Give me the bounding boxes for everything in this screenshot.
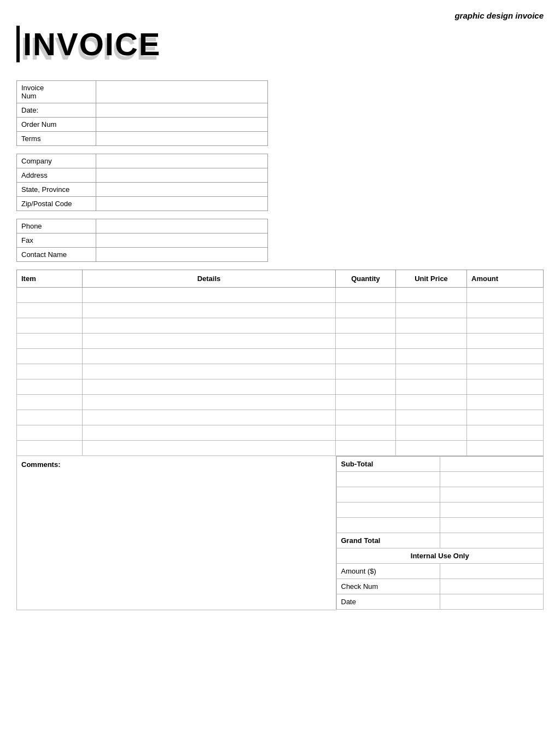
row-4-details[interactable] bbox=[83, 349, 336, 364]
row-9-amount[interactable] bbox=[467, 425, 544, 441]
row-5-details[interactable] bbox=[83, 364, 336, 379]
row-8-details[interactable] bbox=[83, 410, 336, 425]
extra-value-2[interactable] bbox=[440, 487, 543, 503]
zip-row: Zip/Postal Code bbox=[17, 197, 267, 211]
terms-label: Terms bbox=[17, 132, 96, 145]
row-4-amount[interactable] bbox=[467, 349, 544, 364]
fax-row: Fax bbox=[17, 233, 267, 248]
row-2-details[interactable] bbox=[83, 318, 336, 334]
row-6-item[interactable] bbox=[17, 379, 83, 395]
row-6-quantity[interactable] bbox=[336, 379, 396, 395]
row-7-unit_price[interactable] bbox=[396, 395, 467, 410]
address-row: Address bbox=[17, 168, 267, 183]
totals-cell: Sub-Total bbox=[336, 456, 544, 610]
row-10-details[interactable] bbox=[83, 441, 336, 456]
row-3-details[interactable] bbox=[83, 334, 336, 349]
invoice-num-row: InvoiceNum bbox=[17, 81, 267, 103]
extra-label-1 bbox=[336, 472, 440, 487]
row-8-unit_price[interactable] bbox=[396, 410, 467, 425]
row-1-details[interactable] bbox=[83, 303, 336, 318]
grand-total-value[interactable] bbox=[440, 533, 543, 548]
row-9-quantity[interactable] bbox=[336, 425, 396, 441]
comments-label: Comments: bbox=[21, 460, 61, 469]
table-row bbox=[17, 303, 544, 318]
row-8-quantity[interactable] bbox=[336, 410, 396, 425]
row-4-quantity[interactable] bbox=[336, 349, 396, 364]
row-10-quantity[interactable] bbox=[336, 441, 396, 456]
row-8-amount[interactable] bbox=[467, 410, 544, 425]
row-1-amount[interactable] bbox=[467, 303, 544, 318]
invoice-num-value[interactable] bbox=[96, 81, 267, 103]
row-2-quantity[interactable] bbox=[336, 318, 396, 334]
extra-label-4 bbox=[336, 518, 440, 533]
row-9-item[interactable] bbox=[17, 425, 83, 441]
row-5-amount[interactable] bbox=[467, 364, 544, 379]
row-2-amount[interactable] bbox=[467, 318, 544, 334]
comments-cell: Comments: bbox=[17, 456, 336, 610]
row-9-details[interactable] bbox=[83, 425, 336, 441]
invoice-title-main: INVOICE bbox=[16, 26, 161, 62]
row-7-item[interactable] bbox=[17, 395, 83, 410]
row-6-unit_price[interactable] bbox=[396, 379, 467, 395]
table-row bbox=[17, 410, 544, 425]
address-value[interactable] bbox=[96, 168, 267, 182]
row-0-quantity[interactable] bbox=[336, 288, 396, 303]
row-7-quantity[interactable] bbox=[336, 395, 396, 410]
phone-value[interactable] bbox=[96, 219, 267, 233]
check-num-value[interactable] bbox=[440, 579, 543, 594]
row-7-details[interactable] bbox=[83, 395, 336, 410]
fax-value[interactable] bbox=[96, 233, 267, 247]
table-row bbox=[17, 425, 544, 441]
internal-date-value[interactable] bbox=[440, 594, 543, 610]
extra-value-1[interactable] bbox=[440, 472, 543, 487]
amount-value[interactable] bbox=[440, 564, 543, 579]
bottom-table: Comments: Sub-Total bbox=[16, 456, 544, 610]
company-value[interactable] bbox=[96, 154, 267, 168]
row-2-unit_price[interactable] bbox=[396, 318, 467, 334]
zip-value[interactable] bbox=[96, 197, 267, 211]
row-2-item[interactable] bbox=[17, 318, 83, 334]
row-7-amount[interactable] bbox=[467, 395, 544, 410]
extra-value-3[interactable] bbox=[440, 503, 543, 518]
date-value[interactable] bbox=[96, 103, 267, 117]
row-6-details[interactable] bbox=[83, 379, 336, 395]
row-1-unit_price[interactable] bbox=[396, 303, 467, 318]
row-0-details[interactable] bbox=[83, 288, 336, 303]
subtotal-value[interactable] bbox=[440, 457, 543, 472]
terms-value[interactable] bbox=[96, 132, 267, 145]
row-10-amount[interactable] bbox=[467, 441, 544, 456]
row-5-quantity[interactable] bbox=[336, 364, 396, 379]
subtotal-row: Sub-Total bbox=[336, 457, 544, 472]
row-4-unit_price[interactable] bbox=[396, 349, 467, 364]
row-8-item[interactable] bbox=[17, 410, 83, 425]
row-0-amount[interactable] bbox=[467, 288, 544, 303]
row-1-quantity[interactable] bbox=[336, 303, 396, 318]
row-1-item[interactable] bbox=[17, 303, 83, 318]
row-5-unit_price[interactable] bbox=[396, 364, 467, 379]
order-num-label: Order Num bbox=[17, 118, 96, 131]
row-10-item[interactable] bbox=[17, 441, 83, 456]
row-0-item[interactable] bbox=[17, 288, 83, 303]
state-province-value[interactable] bbox=[96, 183, 267, 196]
extra-value-4[interactable] bbox=[440, 518, 543, 533]
row-9-unit_price[interactable] bbox=[396, 425, 467, 441]
table-row bbox=[17, 349, 544, 364]
order-num-value[interactable] bbox=[96, 118, 267, 131]
row-3-quantity[interactable] bbox=[336, 334, 396, 349]
row-4-item[interactable] bbox=[17, 349, 83, 364]
order-num-row: Order Num bbox=[17, 118, 267, 132]
contact-info-section: Phone Fax Contact Name bbox=[16, 219, 268, 262]
row-5-item[interactable] bbox=[17, 364, 83, 379]
amount-row: Amount ($) bbox=[336, 564, 544, 579]
row-3-unit_price[interactable] bbox=[396, 334, 467, 349]
terms-row: Terms bbox=[17, 132, 267, 145]
row-3-amount[interactable] bbox=[467, 334, 544, 349]
row-6-amount[interactable] bbox=[467, 379, 544, 395]
company-row: Company bbox=[17, 154, 267, 168]
row-0-unit_price[interactable] bbox=[396, 288, 467, 303]
table-row bbox=[17, 334, 544, 349]
table-row bbox=[17, 288, 544, 303]
row-3-item[interactable] bbox=[17, 334, 83, 349]
row-10-unit_price[interactable] bbox=[396, 441, 467, 456]
contact-name-value[interactable] bbox=[96, 248, 267, 261]
